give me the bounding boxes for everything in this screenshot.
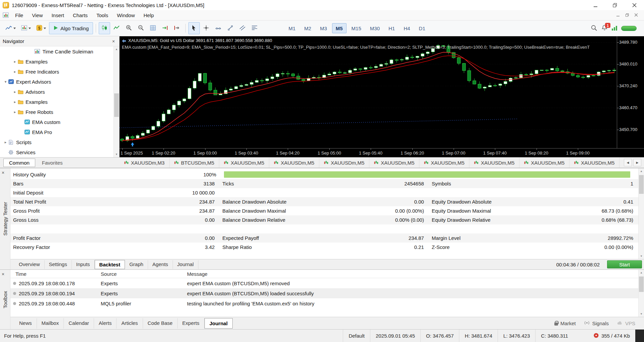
tester-tab-overview[interactable]: Overview	[14, 260, 45, 269]
tester-tab-backtest[interactable]: Backtest	[95, 260, 125, 269]
chart-canvas[interactable]	[120, 36, 617, 148]
menu-view[interactable]: View	[28, 10, 47, 20]
scrollbar-thumb[interactable]	[639, 276, 644, 292]
journal-column-source[interactable]: Source	[101, 271, 187, 277]
chart-window[interactable]: 3489.7803480.0103470.2403460.4703450.700…	[120, 36, 644, 157]
zoom-out-button[interactable]	[135, 22, 146, 34]
horizontal-line-tool-button[interactable]	[213, 22, 224, 34]
tree-item-ema-pro[interactable]: EMA Pro	[0, 127, 113, 137]
chart-tab-xauusdm-m5-4[interactable]: XAUUSDm,M5	[319, 158, 369, 168]
timeframe-m1[interactable]: M1	[285, 23, 299, 33]
menu-file[interactable]: File	[11, 10, 28, 20]
expander-icon[interactable]: ▸	[12, 70, 18, 74]
crosshair-tool-button[interactable]	[200, 22, 212, 34]
toolbox-tab-mailbox[interactable]: Mailbox	[37, 318, 64, 329]
menu-window[interactable]: Window	[112, 10, 139, 20]
trendline-tool-button[interactable]	[225, 22, 236, 34]
chart-tab-xauusdm-m5-5[interactable]: XAUUSDm,M5	[369, 158, 419, 168]
tree-item-examples[interactable]: ▸Examples	[0, 97, 113, 107]
journal-column-message[interactable]: Message	[187, 271, 638, 277]
tree-item-ema-custom[interactable]: EMA custom	[0, 117, 113, 127]
expander-icon[interactable]: ▾	[3, 80, 8, 84]
minimize-button[interactable]	[586, 0, 605, 10]
tester-tab-graph[interactable]: Graph	[125, 260, 148, 269]
toolbox-tab-articles[interactable]: Articles	[117, 318, 143, 329]
auto-scroll-button[interactable]	[159, 22, 171, 34]
tester-tab-agents[interactable]: Agents	[148, 260, 173, 269]
tabs-scroll-left-button[interactable]: ◀	[624, 159, 632, 166]
toolbox-tab-journal[interactable]: Journal	[204, 318, 233, 329]
toolbox-tab-code-base[interactable]: Code Base	[143, 318, 178, 329]
tree-item-free-robots[interactable]: ▸Free Robots	[0, 107, 113, 117]
chart-tab-xauusdm-m5-9[interactable]: XAUUSDm,M5	[569, 158, 619, 168]
scrollbar-thumb[interactable]	[114, 93, 119, 117]
journal-row[interactable]: 2025.09.29 18:08:00.194Expertsexpert EMA…	[10, 288, 638, 298]
candlestick-mode-button[interactable]	[99, 22, 110, 34]
timeframe-m2[interactable]: M2	[301, 23, 315, 33]
tester-scrollbar[interactable]: ▲ ▼	[638, 168, 644, 259]
navigator-tab-favorites[interactable]: Favorites	[37, 159, 68, 167]
chart-tab-xauusdm-m5-3[interactable]: XAUUSDm,M5	[269, 158, 319, 168]
expander-icon[interactable]: ▸	[12, 59, 18, 64]
chart-tab-xauusdm-m5-2[interactable]: XAUUSDm,M5	[219, 158, 269, 168]
channel-tool-button[interactable]	[237, 22, 248, 34]
tree-item-advisors[interactable]: ▸Advisors	[0, 87, 113, 97]
grid-toggle-button[interactable]	[147, 22, 158, 34]
time-axis[interactable]: 1 Sep 20251 Sep 02:201 Sep 03:001 Sep 03…	[120, 148, 644, 157]
new-chart-button[interactable]	[19, 22, 33, 34]
timeframe-m5[interactable]: M5	[332, 23, 347, 33]
expander-icon[interactable]: ▸	[12, 100, 18, 104]
price-scale[interactable]: 3489.7803480.0103470.2403460.4703450.700	[617, 36, 644, 148]
timeframe-h1[interactable]: H1	[385, 23, 399, 33]
market-button[interactable]: Market	[554, 320, 576, 326]
fibonacci-tool-button[interactable]	[249, 22, 260, 34]
timeframe-m30[interactable]: M30	[366, 23, 383, 33]
expander-icon[interactable]: ▸	[3, 140, 8, 144]
navigator-close-button[interactable]: ×	[110, 39, 117, 44]
scroll-down-icon[interactable]: ▼	[639, 311, 644, 317]
journal-row[interactable]: 2025.09.29 18:08:00.178Expertsexpert EMA…	[10, 278, 638, 288]
start-button[interactable]: Start	[607, 260, 642, 268]
navigator-tab-common[interactable]: Common	[3, 159, 35, 167]
algo-trading-button[interactable]: Algo Trading	[49, 22, 93, 34]
tabs-scroll-right-button[interactable]: ▶	[633, 159, 641, 166]
scroll-down-icon[interactable]: ▼	[639, 253, 644, 259]
chart-tab-btcusdm-m5-1[interactable]: BTCUSDm,M5	[170, 158, 219, 168]
line-mode-button[interactable]	[111, 22, 122, 34]
mdi-minimize-button[interactable]	[613, 11, 623, 19]
tree-item-time-candle-suleiman[interactable]: Time Candle Suleiman	[0, 46, 113, 56]
tester-tab-settings[interactable]: Settings	[45, 260, 72, 269]
chart-tab-xauusdm-m5-6[interactable]: XAUUSDm,M5	[419, 158, 469, 168]
tree-item-services[interactable]: Services	[0, 147, 113, 157]
tree-item-expert-advisors[interactable]: ▾Expert Advisors	[0, 77, 113, 87]
mdi-close-button[interactable]	[632, 11, 641, 19]
resize-grip[interactable]	[635, 330, 644, 342]
notifications-button[interactable]: 1	[601, 25, 608, 32]
scroll-up-icon[interactable]: ▲	[639, 168, 644, 174]
toolbox-tab-news[interactable]: News	[14, 318, 37, 329]
journal-column-time[interactable]: Time	[10, 271, 101, 277]
journal-row[interactable]: 2025.09.29 18:08:00.448MQL5 profilertest…	[10, 298, 638, 308]
status-profile[interactable]: Default	[343, 330, 370, 342]
expander-icon[interactable]: ▸	[12, 110, 18, 114]
scroll-down-icon[interactable]: ▼	[114, 152, 119, 157]
chart-tab-xauusdm-m3-0[interactable]: XAUUSDm,M3	[120, 158, 170, 168]
new-order-button[interactable]: $	[34, 22, 48, 34]
tester-tab-inputs[interactable]: Inputs	[72, 260, 95, 269]
journal-scrollbar[interactable]: ▲ ▼	[638, 270, 644, 317]
toolbox-close-button[interactable]: ×	[0, 271, 6, 277]
scroll-up-icon[interactable]: ▲	[114, 46, 119, 52]
vps-button[interactable]: VPS	[617, 320, 635, 326]
scroll-up-icon[interactable]: ▲	[639, 270, 644, 275]
close-button[interactable]	[625, 0, 644, 10]
search-button[interactable]	[591, 25, 597, 32]
tester-close-button[interactable]: ×	[0, 170, 6, 175]
tree-item-examples[interactable]: ▸Examples	[0, 56, 113, 67]
scrollbar-thumb[interactable]	[639, 175, 644, 194]
tester-tab-journal[interactable]: Journal	[173, 260, 198, 269]
menu-help[interactable]: Help	[139, 10, 158, 20]
chart-tab-xauusdm-m5-7[interactable]: XAUUSDm,M5	[469, 158, 519, 168]
menu-insert[interactable]: Insert	[47, 10, 68, 20]
chart-window-icon[interactable]	[3, 12, 9, 18]
navigator-scrollbar[interactable]: ▲ ▼	[113, 46, 119, 157]
